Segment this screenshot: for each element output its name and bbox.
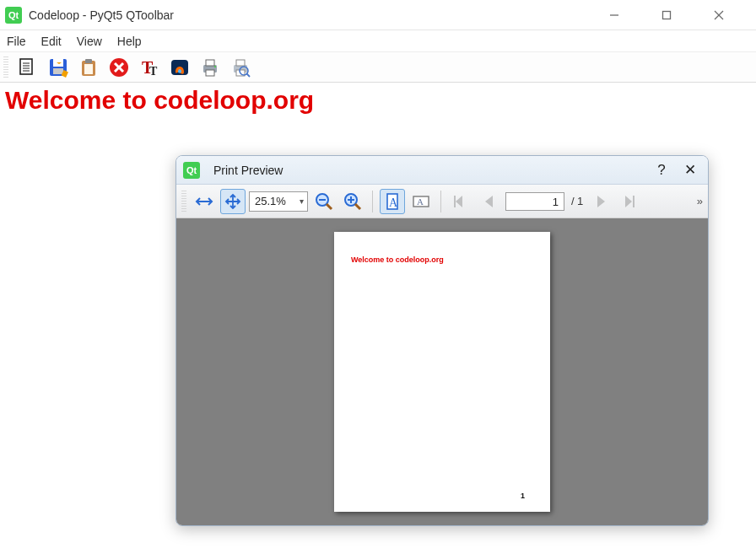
- color-icon[interactable]: [167, 55, 192, 80]
- preview-page-number: 1: [521, 492, 525, 500]
- zoom-value: 25.1%: [255, 195, 286, 207]
- save-icon[interactable]: [46, 55, 71, 80]
- prev-page-icon[interactable]: [477, 189, 502, 214]
- heading-text: Welcome to codeloop.org: [5, 86, 314, 114]
- landscape-icon[interactable]: A: [408, 189, 434, 214]
- fit-width-icon[interactable]: [192, 189, 217, 214]
- dialog-close-button[interactable]: ✕: [679, 161, 701, 179]
- svg-rect-15: [84, 64, 93, 74]
- svg-rect-14: [85, 59, 92, 63]
- next-page-icon[interactable]: [588, 189, 613, 214]
- first-page-icon[interactable]: [448, 189, 473, 214]
- svg-text:A: A: [389, 196, 398, 209]
- app-logo: Qt: [5, 7, 22, 24]
- preview-page-text: Welcome to codeloop.org: [351, 255, 533, 264]
- zoom-in-icon[interactable]: [340, 189, 365, 214]
- close-icon[interactable]: [106, 55, 132, 80]
- svg-text:T: T: [149, 65, 158, 78]
- svg-rect-4: [20, 59, 32, 74]
- preview-page: Welcome to codeloop.org 1: [334, 232, 550, 512]
- svg-marker-47: [485, 196, 493, 207]
- editor-content[interactable]: Welcome to codeloop.org: [0, 83, 756, 118]
- page-number-input[interactable]: 1: [505, 192, 564, 211]
- separator-2: [440, 191, 441, 212]
- dialog-toolbar: 25.1% ▾ A A 1 / 1 »: [176, 185, 708, 218]
- window-controls: [609, 10, 751, 20]
- svg-line-36: [327, 204, 332, 209]
- svg-line-40: [355, 204, 360, 209]
- menu-view[interactable]: View: [77, 35, 102, 48]
- svg-line-30: [246, 73, 250, 77]
- svg-rect-11: [53, 68, 63, 74]
- main-titlebar: Qt Codeloop - PyQt5 QToolbar: [0, 0, 756, 30]
- preview-canvas[interactable]: Welcome to codeloop.org 1: [176, 218, 708, 525]
- svg-marker-49: [625, 196, 632, 207]
- svg-point-25: [214, 66, 216, 67]
- svg-rect-24: [206, 70, 214, 76]
- svg-rect-27: [236, 60, 245, 66]
- paste-icon[interactable]: [76, 55, 101, 80]
- portrait-icon[interactable]: A: [380, 189, 405, 214]
- window-title: Codeloop - PyQt5 QToolbar: [29, 8, 609, 22]
- chevron-down-icon: ▾: [300, 196, 304, 206]
- dialog-title: Print Preview: [213, 164, 644, 177]
- dialog-logo: Qt: [183, 162, 200, 179]
- svg-marker-48: [597, 196, 605, 207]
- menu-edit[interactable]: Edit: [41, 35, 62, 48]
- menu-help[interactable]: Help: [117, 35, 142, 48]
- dialog-toolbar-grip[interactable]: [181, 191, 186, 212]
- print-preview-icon[interactable]: [228, 55, 253, 80]
- close-window-button[interactable]: [714, 10, 742, 20]
- font-icon[interactable]: TT: [137, 55, 162, 80]
- last-page-icon[interactable]: [617, 189, 642, 214]
- svg-rect-1: [663, 11, 671, 19]
- svg-marker-45: [456, 196, 462, 207]
- svg-text:A: A: [417, 196, 424, 207]
- menu-file[interactable]: File: [7, 35, 26, 48]
- zoom-select[interactable]: 25.1% ▾: [249, 191, 308, 212]
- toolbar-expand-icon[interactable]: »: [697, 195, 703, 207]
- page-total: / 1: [568, 195, 585, 207]
- menubar: File Edit View Help: [0, 30, 756, 52]
- dialog-titlebar[interactable]: Qt Print Preview ? ✕: [176, 156, 708, 185]
- dialog-help-button[interactable]: ?: [651, 162, 672, 179]
- print-preview-dialog: Qt Print Preview ? ✕ 25.1% ▾: [176, 155, 709, 526]
- fit-page-icon[interactable]: [220, 189, 246, 214]
- main-toolbar: TT: [0, 52, 756, 83]
- separator: [372, 191, 373, 212]
- svg-rect-23: [206, 60, 214, 66]
- zoom-out-icon[interactable]: [311, 189, 337, 214]
- print-icon[interactable]: [197, 55, 223, 80]
- minimize-button[interactable]: [609, 10, 638, 20]
- toolbar-grip[interactable]: [3, 56, 8, 78]
- copy-icon[interactable]: [15, 55, 40, 80]
- maximize-button[interactable]: [662, 10, 690, 20]
